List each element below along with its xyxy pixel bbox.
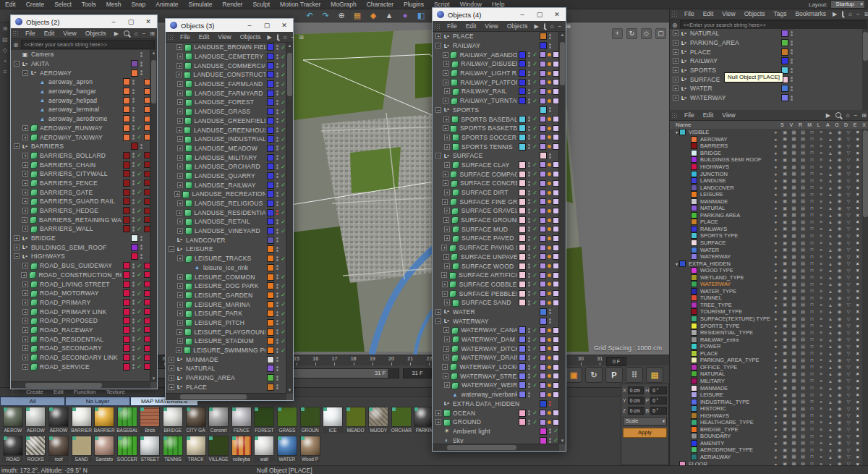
layer-toggle-icon[interactable]: ▣ bbox=[780, 178, 790, 184]
layer-toggle-icon[interactable]: × bbox=[853, 206, 862, 211]
layer-toggle-icon[interactable]: ◉ bbox=[835, 157, 844, 163]
tree-row[interactable]: ▲waterway_riverbank bbox=[433, 390, 559, 399]
layer-toggle-icon[interactable]: ▦ bbox=[789, 357, 799, 363]
expand-toggle[interactable]: + bbox=[176, 44, 182, 50]
layer-toggle-icon[interactable]: ▣ bbox=[780, 412, 790, 418]
layer-toggle-icon[interactable]: ▲ bbox=[826, 151, 835, 156]
layer-toggle-icon[interactable]: ● bbox=[771, 282, 780, 287]
expand-toggle[interactable]: + bbox=[177, 164, 183, 169]
visibility-dots[interactable] bbox=[132, 337, 135, 342]
close-button[interactable]: ✕ bbox=[548, 8, 566, 21]
layer-toggle-icon[interactable]: ● bbox=[771, 247, 780, 253]
layer-toggle-icon[interactable]: ▽ bbox=[844, 261, 854, 266]
tree-row[interactable]: +SURFACE MUD✓ bbox=[433, 224, 559, 234]
layer-toggle-icon[interactable]: ● bbox=[771, 143, 780, 148]
layer-toggle-icon[interactable]: ◉ bbox=[835, 378, 844, 384]
layer-toggle-icon[interactable]: ⊓ bbox=[807, 454, 817, 460]
visibility-dots[interactable] bbox=[549, 438, 551, 443]
enabled-check-icon[interactable]: ✓ bbox=[136, 216, 142, 223]
layer-toggle-icon[interactable]: ⊓ bbox=[807, 392, 817, 398]
mode-icon-4[interactable]: ≡ bbox=[4, 69, 7, 75]
layer-toggle-icon[interactable]: ≡ bbox=[817, 275, 826, 280]
layer-toggle-icon[interactable]: ⊓ bbox=[807, 219, 817, 225]
material-tag-icon[interactable] bbox=[540, 79, 546, 85]
tree-row[interactable]: +LEISURE_PARK✓ bbox=[166, 309, 286, 318]
expand-toggle[interactable]: + bbox=[22, 345, 28, 351]
home-icon[interactable]: ⌂ bbox=[281, 34, 289, 41]
layer-toggle-icon[interactable]: ▤ bbox=[799, 316, 808, 322]
tree-row[interactable]: ▲aeroway_aerodrome bbox=[11, 114, 150, 124]
layer-toggle-icon[interactable]: ⊓ bbox=[807, 268, 817, 274]
material-thumbnail[interactable] bbox=[94, 436, 114, 456]
layer-toggle-icon[interactable]: ≡ bbox=[817, 309, 826, 314]
menu-file[interactable]: File bbox=[176, 33, 195, 41]
layer-row[interactable]: WOOD TYPE●▣▦▤⊓≡▲◉▽× bbox=[670, 267, 862, 274]
material-tag-icon[interactable] bbox=[540, 235, 546, 242]
layer-expand-icon[interactable]: ▾ bbox=[674, 130, 679, 135]
enabled-check-icon[interactable]: ✓ bbox=[136, 355, 142, 361]
visibility-dots[interactable] bbox=[791, 31, 793, 36]
layer-toggle-icon[interactable]: ▽ bbox=[844, 268, 854, 274]
layer-toggle-icon[interactable]: ▽ bbox=[844, 274, 854, 280]
layer-toggle-icon[interactable]: ◉ bbox=[835, 371, 844, 377]
layer-toggle-icon[interactable]: ◉ bbox=[835, 268, 844, 274]
tree-row[interactable]: +LºPARKING_AREA bbox=[166, 373, 286, 383]
tree-row[interactable]: +LºNATURAL bbox=[670, 29, 862, 38]
layer-row[interactable]: RESIDENTIAL_TYPE●▣▦▤⊓≡▲◉▽× bbox=[670, 329, 862, 337]
transport-icon-3[interactable]: ↻ bbox=[585, 367, 603, 383]
uvw-tag-icon[interactable] bbox=[548, 62, 551, 66]
tree-row[interactable]: +LEISURE_SWIMMING POOL✓ bbox=[166, 346, 286, 355]
enabled-check-icon[interactable]: ✓ bbox=[136, 179, 142, 186]
menu-plugins[interactable]: Plugins bbox=[399, 1, 429, 8]
layer-toggle-icon[interactable]: ⊓ bbox=[807, 157, 817, 163]
expand-toggle[interactable]: + bbox=[169, 357, 174, 363]
layer-toggle-icon[interactable]: ⊓ bbox=[807, 198, 817, 204]
layer-toggle-icon[interactable]: ▤ bbox=[799, 143, 808, 149]
layer-row[interactable]: WETLAND_TYPE●▣▦▤⊓≡▲◉▽× bbox=[670, 274, 862, 281]
layer-toggle-icon[interactable]: ● bbox=[771, 447, 780, 452]
tree-row[interactable]: +LANDUSE_RETAIL✓ bbox=[166, 217, 286, 227]
menu-select[interactable]: Select bbox=[49, 1, 77, 8]
tree-row[interactable]: +ROAD_RACEWAY✓ bbox=[11, 326, 150, 335]
layer-toggle-icon[interactable]: ▦ bbox=[789, 330, 799, 336]
layer-toggle-icon[interactable]: ◉ bbox=[835, 426, 844, 432]
layer-toggle-icon[interactable]: ◉ bbox=[835, 316, 844, 322]
layer-toggle-icon[interactable]: ▽ bbox=[844, 288, 854, 294]
tree-row[interactable]: +LEISURE_GARDEN✓ bbox=[166, 291, 286, 300]
layer-toggle-icon[interactable]: × bbox=[853, 192, 862, 197]
layer-toggle-icon[interactable]: ▽ bbox=[844, 130, 854, 135]
layer-toggle-icon[interactable]: ◉ bbox=[835, 130, 844, 135]
enabled-check-icon[interactable]: ✓ bbox=[136, 308, 142, 315]
layer-toggle-icon[interactable]: ≡ bbox=[817, 386, 826, 391]
layer-toggle-icon[interactable]: ▤ bbox=[799, 378, 808, 384]
expand-toggle[interactable]: + bbox=[22, 162, 28, 168]
layer-toggle-icon[interactable]: ◉ bbox=[835, 206, 844, 211]
layer-toggle-icon[interactable]: × bbox=[853, 316, 862, 321]
layer-toggle-icon[interactable]: ▽ bbox=[844, 323, 854, 329]
visibility-dots[interactable] bbox=[276, 311, 278, 316]
tree-row[interactable]: −LºSPORTS bbox=[433, 106, 559, 115]
layer-toggle-icon[interactable]: ▦ bbox=[789, 171, 799, 177]
layer-row[interactable]: AERODROME_TYPE●▣▦▤⊓≡▲◉▽× bbox=[670, 447, 862, 454]
object-search[interactable]: ⊗ <<Enter your search string here>> bbox=[11, 39, 157, 51]
layer-toggle-icon[interactable]: ▽ bbox=[844, 385, 854, 391]
layer-row[interactable]: RAILWAYS●▣▦▤⊓≡▲◉▽× bbox=[670, 226, 862, 233]
tree-row[interactable]: +SPORTS BASKETBALL✓ bbox=[433, 124, 559, 133]
layer-toggle-icon[interactable]: ▤ bbox=[799, 226, 808, 232]
expand-toggle[interactable]: + bbox=[177, 302, 183, 308]
material-thumbnail[interactable] bbox=[231, 436, 252, 456]
expand-toggle[interactable]: − bbox=[435, 107, 441, 113]
material-tag-icon[interactable] bbox=[540, 88, 546, 95]
tree-row[interactable]: +RAILWAY_ABANDONED✓ bbox=[433, 50, 559, 59]
layer-row[interactable]: TREE_TYPE●▣▦▤⊓≡▲◉▽× bbox=[670, 302, 862, 309]
layer-row[interactable]: BARRIERS●▣▦▤⊓≡▲◉▽× bbox=[670, 143, 862, 150]
layer-toggle-icon[interactable]: ▽ bbox=[844, 282, 854, 287]
material-tag-icon[interactable] bbox=[540, 70, 546, 77]
uvw-tag-icon[interactable] bbox=[548, 393, 551, 397]
visibility-dots[interactable] bbox=[549, 43, 551, 48]
expand-toggle[interactable]: + bbox=[443, 254, 449, 260]
enabled-check-icon[interactable]: ✓ bbox=[532, 373, 538, 379]
enabled-check-icon[interactable]: ✓ bbox=[532, 364, 538, 371]
layer-toggle-icon[interactable]: ▤ bbox=[799, 240, 808, 246]
tree-row[interactable]: +RAILWAY_TURNTABLE✓ bbox=[433, 96, 559, 106]
